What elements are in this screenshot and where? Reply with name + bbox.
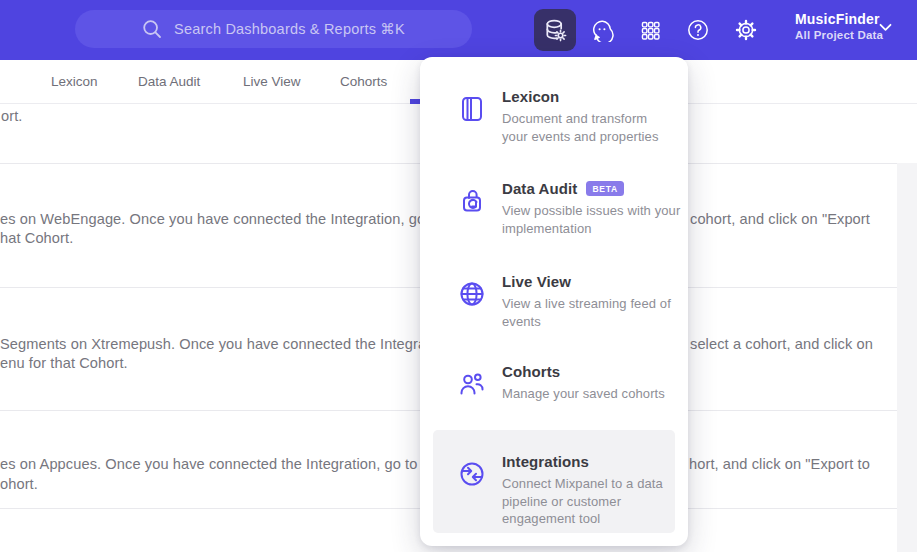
project-name: MusicFinder	[795, 11, 883, 27]
people-icon	[456, 368, 488, 400]
menu-item-description: Manage your saved cohorts	[502, 385, 665, 403]
menu-item-description: Document and transform your events and p…	[502, 110, 659, 145]
menu-item-description: View a live streaming feed of events	[502, 295, 671, 330]
settings-button[interactable]	[725, 9, 767, 51]
data-management-button[interactable]	[534, 9, 576, 51]
top-bar: Search Dashboards & Reports ⌘K	[0, 0, 917, 60]
project-scope: All Project Data	[795, 29, 883, 41]
menu-item-title: Integrations	[502, 453, 589, 470]
audit-lock-icon	[456, 185, 488, 217]
feedback-icon	[590, 18, 614, 42]
app-window: Search Dashboards & Reports ⌘K	[0, 0, 917, 552]
global-search-input[interactable]: Search Dashboards & Reports ⌘K	[75, 10, 472, 48]
book-icon	[456, 93, 488, 125]
tab-live-view[interactable]: Live View	[243, 60, 301, 104]
row-text-fragment: select a cohort, and click on	[690, 336, 873, 352]
search-icon	[142, 19, 162, 39]
menu-item-title: Live View	[502, 273, 571, 290]
row-text-fragment: es on WebEngage. Once you have connected…	[0, 211, 466, 227]
apps-grid-button[interactable]	[629, 9, 671, 51]
row-text-fragment: es on Appcues. Once you have connected t…	[0, 456, 459, 472]
data-management-icon	[542, 17, 568, 43]
beta-badge: BETA	[586, 181, 623, 196]
help-icon	[686, 18, 710, 42]
apps-grid-icon	[639, 19, 662, 42]
menu-item-integrations[interactable]: Integrations Connect Mixpanel to a data …	[433, 430, 675, 528]
help-button[interactable]	[677, 9, 719, 51]
menu-item-title: Lexicon	[502, 88, 559, 105]
menu-item-data-audit[interactable]: Data Audit BETA View possible issues wit…	[420, 180, 688, 237]
settings-icon	[734, 18, 758, 42]
menu-item-cohorts[interactable]: Cohorts Manage your saved cohorts	[420, 363, 688, 403]
search-placeholder: Search Dashboards & Reports ⌘K	[174, 21, 405, 37]
chevron-down-icon[interactable]	[879, 23, 892, 32]
row-text-fragment: ort.	[1, 108, 23, 124]
row-text-fragment: enu for that Cohort.	[0, 355, 128, 371]
menu-item-live-view[interactable]: Live View View a live streaming feed of …	[420, 273, 688, 330]
page-gutter	[897, 163, 917, 552]
row-text-fragment: Segments on Xtremepush. Once you have co…	[0, 336, 454, 352]
menu-item-title: Data Audit	[502, 180, 577, 197]
row-text-fragment: hort, and click on "Export to	[689, 456, 870, 472]
tab-cohorts[interactable]: Cohorts	[340, 60, 387, 104]
tab-lexicon[interactable]: Lexicon	[51, 60, 98, 104]
sync-arrows-icon	[456, 458, 488, 490]
row-text-fragment: cohort, and click on "Export	[690, 211, 870, 227]
data-management-dropdown: Lexicon Document and transform your even…	[420, 57, 688, 546]
feedback-button[interactable]	[581, 9, 623, 51]
tab-data-audit[interactable]: Data Audit	[138, 60, 200, 104]
globe-icon	[456, 278, 488, 310]
menu-item-lexicon[interactable]: Lexicon Document and transform your even…	[420, 88, 688, 145]
menu-item-description: View possible issues with your implement…	[502, 202, 680, 237]
row-text-fragment: hat Cohort.	[0, 230, 73, 246]
menu-item-description: Connect Mixpanel to a data pipeline or c…	[502, 475, 663, 528]
project-switcher[interactable]: MusicFinder All Project Data	[795, 11, 883, 41]
menu-item-title: Cohorts	[502, 363, 560, 380]
row-text-fragment: ohort.	[0, 476, 38, 492]
